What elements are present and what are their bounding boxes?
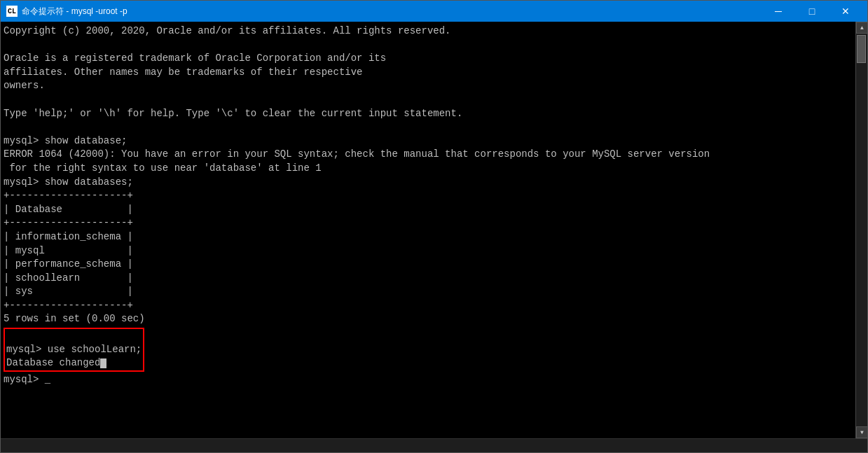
- terminal-area[interactable]: Copyright (c) 2000, 2020, Oracle and/or …: [1, 22, 855, 438]
- scroll-track[interactable]: [856, 34, 867, 426]
- window: CL 命令提示符 - mysql -uroot -p ─ □ ✕ Copyrig…: [0, 0, 868, 453]
- window-controls: ─ □ ✕: [762, 1, 862, 22]
- cursor: [100, 358, 106, 368]
- minimize-button[interactable]: ─: [762, 1, 794, 22]
- bottom-bar: [1, 438, 867, 452]
- scroll-up-button[interactable]: ▲: [856, 22, 867, 34]
- window-title: 命令提示符 - mysql -uroot -p: [22, 6, 762, 18]
- scroll-down-button[interactable]: ▼: [856, 426, 867, 438]
- window-icon: CL: [6, 6, 18, 17]
- window-body: Copyright (c) 2000, 2020, Oracle and/or …: [1, 22, 867, 438]
- scroll-thumb[interactable]: [857, 35, 866, 63]
- close-button[interactable]: ✕: [829, 1, 862, 22]
- maximize-button[interactable]: □: [796, 1, 828, 22]
- scrollbar: ▲ ▼: [855, 22, 867, 438]
- title-bar: CL 命令提示符 - mysql -uroot -p ─ □ ✕: [1, 1, 867, 22]
- highlighted-command-block: mysql> use schoolLearn; Database changed: [4, 328, 144, 372]
